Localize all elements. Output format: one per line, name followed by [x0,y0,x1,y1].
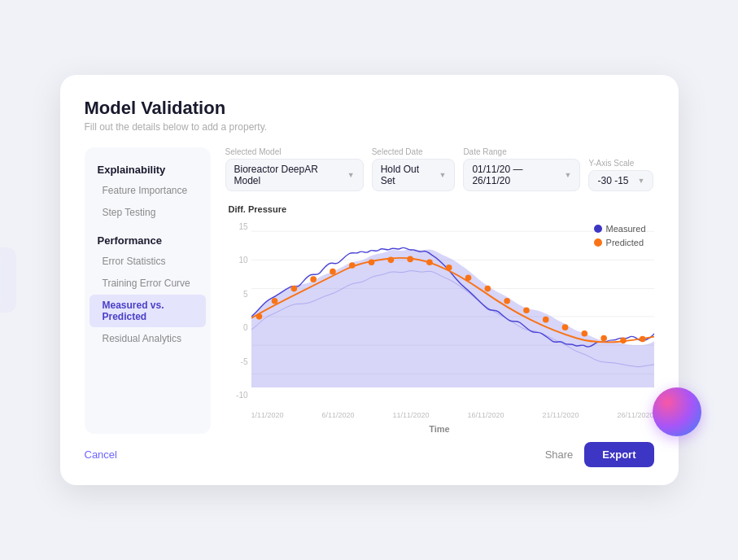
sidebar-item-error-statistics[interactable]: Error Statistics [90,251,206,272]
main-layout: Explainability Feature Importance Step T… [85,147,654,434]
y-tick-5: 5 [225,290,251,299]
left-decoration [0,247,16,313]
sidebar: Explainability Feature Importance Step T… [85,147,211,434]
svg-point-14 [407,256,413,263]
selected-model-value: Bioreactor DeepAR Model [234,164,341,186]
chevron-down-icon: ▼ [347,171,355,179]
page-subtitle: Fill out the details below to add a prop… [85,121,654,133]
x-tick-2: 6/11/2020 [321,411,354,419]
selected-model-dropdown[interactable]: Bioreactor DeepAR Model ▼ [225,159,364,191]
selected-date-dropdown[interactable]: Hold Out Set ▼ [372,159,456,191]
export-button[interactable]: Export [584,442,653,467]
footer: Cancel Share Export [85,434,654,467]
control-selected-model: Selected Model Bioreactor DeepAR Model ▼ [225,147,364,191]
main-card: Model Validation Fill out the details be… [60,75,679,485]
y-tick-m10: -10 [225,391,251,400]
svg-point-6 [255,313,262,320]
legend-measured-dot [594,225,602,233]
share-button[interactable]: Share [545,448,574,461]
control-date-range: Date Range 01/11/20 — 26/11/20 ▼ [463,147,580,191]
x-tick-5: 21/11/2020 [542,411,579,419]
y-axis-scale-value: -30 -15 [597,175,628,186]
svg-point-22 [561,324,568,330]
sidebar-item-feature-importance[interactable]: Feature Importance [90,180,206,201]
svg-point-10 [330,269,336,275]
y-tick-0: 0 [225,323,251,332]
selected-date-value: Hold Out Set [381,164,433,186]
x-tick-1: 1/11/2020 [251,411,284,419]
svg-point-7 [271,298,277,304]
chart-x-label: Time [225,424,654,434]
x-tick-6: 26/11/2020 [617,411,653,419]
date-range-dropdown[interactable]: 01/11/20 — 26/11/20 ▼ [463,159,580,191]
x-axis: 1/11/2020 6/11/2020 11/11/2020 16/11/202… [251,411,654,419]
y-tick-15: 15 [225,222,251,231]
y-axis: 15 10 5 0 -5 -10 [225,217,251,405]
control-selected-date: Selected Date Hold Out Set ▼ [372,147,456,191]
svg-point-15 [426,259,433,265]
chart-area: Diff. Pressure 15 10 5 0 -5 -10 [225,199,654,434]
legend-predicted-label: Predicted [606,238,644,247]
svg-point-13 [387,257,394,264]
date-range-value: 01/11/20 — 26/11/20 [472,164,557,186]
svg-point-16 [445,265,452,271]
sidebar-item-measured-predicted[interactable]: Measured vs. Predicted [90,295,206,327]
svg-point-18 [484,286,491,292]
svg-point-8 [290,286,297,292]
legend-predicted-dot [594,238,602,247]
legend-measured-label: Measured [606,224,646,234]
chevron-down-icon-3: ▼ [565,171,572,179]
chevron-down-icon-4: ▼ [638,177,645,185]
legend-measured: Measured [594,224,646,234]
sidebar-item-training-error-curve[interactable]: Training Error Curve [90,273,206,294]
x-tick-4: 16/11/2020 [467,411,504,419]
x-tick-3: 11/11/2020 [392,411,429,419]
y-axis-scale-dropdown[interactable]: -30 -15 ▼ [588,170,653,191]
svg-point-17 [465,274,471,281]
svg-point-25 [620,338,627,344]
section-title-performance: Performance [85,230,211,250]
svg-point-11 [348,262,355,269]
y-axis-scale-label: Y-Axis Scale [588,159,653,168]
svg-point-26 [639,336,645,343]
svg-point-19 [504,298,510,304]
section-title-explainability: Explainability [85,159,211,179]
y-tick-m5: -5 [225,357,251,366]
controls-row: Selected Model Bioreactor DeepAR Model ▼… [225,147,654,191]
sidebar-item-residual-analytics[interactable]: Residual Analytics [90,328,206,349]
content-area: Selected Model Bioreactor DeepAR Model ▼… [225,147,654,434]
legend-predicted: Predicted [594,238,646,247]
footer-right: Share Export [545,442,654,467]
sidebar-item-step-testing[interactable]: Step Testing [90,202,206,223]
decorative-blob [653,387,701,436]
page-title: Model Validation [85,98,654,119]
svg-point-23 [581,330,587,337]
control-y-axis-scale: Y-Axis Scale -30 -15 ▼ [588,159,653,191]
chart-legend: Measured Predicted [594,224,646,247]
svg-point-12 [368,259,374,265]
selected-model-label: Selected Model [225,147,364,156]
chart-y-label: Diff. Pressure [225,204,654,214]
cancel-button[interactable]: Cancel [85,448,117,461]
y-tick-10: 10 [225,256,251,265]
date-range-label: Date Range [463,147,580,156]
svg-point-21 [542,317,548,323]
chevron-down-icon-2: ▼ [439,171,446,179]
selected-date-label: Selected Date [372,147,456,156]
svg-point-20 [523,307,530,313]
svg-point-9 [310,276,317,282]
chart-wrap: 15 10 5 0 -5 -10 [225,217,654,405]
svg-point-24 [600,335,607,342]
